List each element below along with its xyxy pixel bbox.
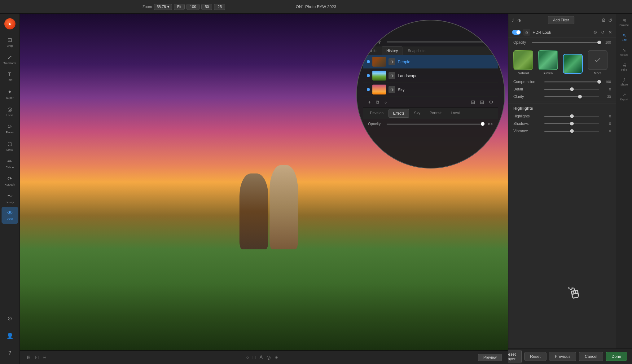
highlights-title: Highlights [513,106,611,111]
share-label: Share [620,83,628,86]
bottom-icon-grid[interactable]: ⊞ [274,354,279,360]
tool-super[interactable]: ✦ Super [2,86,18,102]
mini-tool-export[interactable]: ↗ Export [618,90,630,103]
tool-liquify[interactable]: 〜 Liquify [2,190,18,206]
bottom-icon-camera[interactable]: ◎ [266,354,271,360]
hdr-look-settings[interactable]: ⚙ [593,30,597,35]
mini-tool-share[interactable]: ⤴ Share [618,76,630,88]
tool-logo[interactable]: ● [2,16,18,33]
vibrance-value: 0 [602,129,611,133]
bottom-icon-circle[interactable]: ○ [246,355,249,360]
tool-help[interactable]: ? [2,345,18,362]
filter-undo-btn[interactable]: ↺ [608,17,612,23]
mini-tool-edit[interactable]: ✎ Edit [618,31,630,43]
tool-person[interactable]: 👤 [2,327,18,344]
overlay-tab-local[interactable]: Local [446,109,464,118]
resize-label: Resize [620,53,629,56]
print-label: Print [621,68,627,71]
preset-selected[interactable] [563,54,583,75]
merge-layer-button[interactable]: ⬦ [384,99,387,105]
layer-settings-button[interactable]: ⚙ [489,99,493,105]
tool-crop[interactable]: ⊡ Crop [2,33,18,50]
previous-button[interactable]: Previous [549,352,577,361]
super-icon: ✦ [7,89,12,95]
detail-slider[interactable] [544,89,599,90]
filter-settings-btn[interactable]: ⚙ [601,17,606,23]
tool-transform[interactable]: ⤢ Transform [2,51,18,68]
hdr-look-toggle[interactable] [512,30,521,35]
layer-action4[interactable]: ⊞ [471,99,475,105]
highlights-row: Highlights 0 [508,112,616,120]
clarity-slider[interactable] [544,96,599,97]
overlay-tab-effects[interactable]: Effects [388,109,409,118]
shadows-slider[interactable] [544,123,599,124]
highlights-label: Highlights [513,114,541,118]
layer-item-sky[interactable]: ◑ Sky [363,83,498,97]
compression-slider[interactable] [544,81,599,82]
bottom-icon-layout1[interactable]: ⊡ [35,354,39,360]
tool-refine[interactable]: ✏ Refine [2,155,18,172]
compression-label: Compression [513,80,541,84]
overlay-tab-sky[interactable]: Sky [410,109,425,118]
share-filter-icon[interactable]: ⤴ [512,18,514,23]
tool-faces[interactable]: ☺ Faces [2,120,18,137]
preset-natural[interactable]: Natural [513,50,533,75]
done-button[interactable]: Done [606,352,627,361]
resize-icon: ⤡ [622,48,626,53]
layer-item-people[interactable]: ◑ People [363,55,498,69]
tool-mask[interactable]: ⬡ Mask [2,138,18,154]
hdr-look-header: ◑ HDR Look ⚙ ↺ ✕ [508,27,616,38]
reset-button[interactable]: Reset [524,352,546,361]
refine-icon: ✏ [7,158,12,165]
mini-tool-print[interactable]: 🖨 Print [618,61,630,73]
tool-local[interactable]: ◎ Local [2,103,18,120]
layer-action5[interactable]: ⊟ [480,99,484,105]
zoom-25-button[interactable]: 25 [214,4,225,10]
hdr-look-undo[interactable]: ↺ [601,30,605,35]
cancel-button[interactable]: Cancel [579,352,603,361]
overlay-layer-actions: + ⧉ ⬦ ⊞ ⊟ ⚙ [363,97,498,108]
photo-canvas[interactable]: Layers Opacity Info History [20,14,508,350]
add-filter-button[interactable]: Add Filter [548,16,574,24]
liquify-label: Liquify [6,201,14,204]
preset-more[interactable]: More [588,50,608,75]
bottom-icon-layout2[interactable]: ⊟ [42,354,46,360]
tool-retouch[interactable]: ⟳ Retouch [2,172,18,189]
compression-row: Compression 100 [508,78,616,86]
overlay-tab-snapshots[interactable]: Snapshots [403,46,430,55]
hdr-look-close[interactable]: ✕ [608,30,612,35]
duplicate-layer-button[interactable]: ⧉ [376,99,379,105]
hdr-look-mask[interactable]: ◑ [523,29,530,36]
text-label: Text [7,78,12,81]
mini-tool-resize[interactable]: ⤡ Resize [618,46,630,58]
vibrance-label: Vibrance [513,129,541,133]
tool-text[interactable]: T Text [2,68,18,85]
zoom-fit-button[interactable]: Fit [174,4,185,10]
overlay-filter-opacity-slider[interactable] [387,124,483,125]
overlay-tab-history[interactable]: History [382,46,402,55]
add-layer-button[interactable]: + [368,99,371,105]
overlay-tab-portrait[interactable]: Portrait [425,109,446,118]
compression-value: 100 [602,80,611,84]
overlay-tab-develop[interactable]: Develop [366,109,388,118]
preset-surreal[interactable]: Surreal [538,50,558,75]
mini-tool-browse[interactable]: ⊞ Browse [618,16,630,29]
vibrance-slider[interactable] [544,131,599,132]
hdr-opacity-slider[interactable] [532,42,599,43]
bottom-icon-text2[interactable]: A [259,355,263,360]
preview-button[interactable]: Preview [478,354,502,361]
tool-view[interactable]: 👁 View [2,207,18,224]
filter-mask-btn[interactable]: ◑ [517,18,521,23]
zoom-value-selector[interactable]: 58.78 ▾ [154,4,172,10]
layer-item-landscape[interactable]: ◑ Landscape [363,69,498,83]
overlay-opacity-slider[interactable] [387,42,493,42]
layer-mask-people: ◑ [388,58,395,65]
highlights-slider[interactable] [544,116,599,117]
zoom-100-button[interactable]: 100 [187,4,200,10]
bottom-icon-rect[interactable]: □ [253,355,256,360]
share-icon: ⤴ [623,77,625,82]
bottom-icon-monitor[interactable]: 🖥 [26,355,31,360]
zoom-50-button[interactable]: 50 [201,4,212,10]
hdr-opacity-row: Opacity 100 [508,38,616,47]
tool-extra1[interactable]: ⊙ [2,310,18,327]
